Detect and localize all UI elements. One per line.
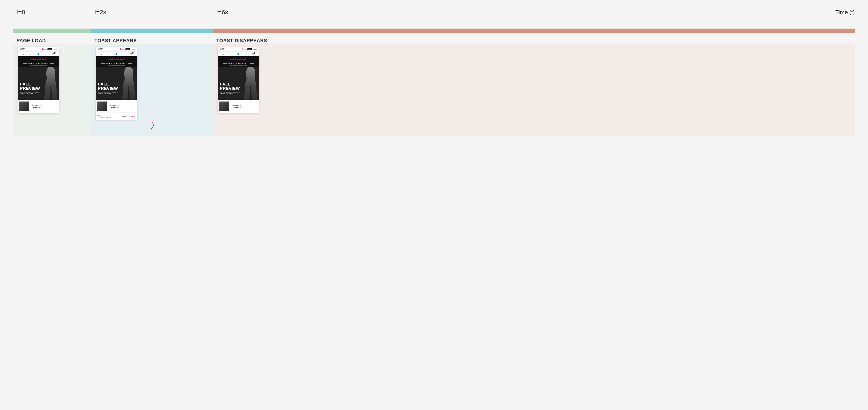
person-silhouette-t0 — [44, 67, 57, 100]
toast-notification: Welcome back! You have 1 item in your ba… — [96, 113, 137, 120]
column-t6s: VICTORIA'S SECRET PINK beauty SWIM ☰ ⌕ 👤… — [213, 43, 855, 137]
vs-logo-t0: VICTORIA'S SECRET — [19, 48, 25, 50]
hero-title-t6s: FALL PREVIEW — [220, 82, 240, 91]
search-icon-t0[interactable]: ⌕ — [30, 53, 31, 55]
account-icon-t6s[interactable]: 👤 — [237, 53, 239, 55]
shipping-banner-t0: FREE SHIPPING ON $50 Limited Time. Code … — [18, 56, 59, 61]
hero-cta-t2s[interactable]: SHOP THE COLLECTION — [98, 93, 118, 94]
hero-image-t6s: FALL PREVIEW OUR MOST SENSUAL LINGERIE E… — [218, 67, 259, 100]
location-icon-t2s[interactable]: ⌕ — [123, 53, 125, 55]
free-shipping-bar-t0: FREE SHIPPING On our exclusive new colle… — [18, 61, 59, 67]
hero-subtitle-t2s: OUR MOST SENSUAL LINGERIE EVER — [98, 92, 118, 93]
phone-columns: VICTORIA'S SECRET PINK beauty SWIM ☰ ⌕ 👤… — [13, 43, 855, 137]
shipping-subtitle-t0: Limited Time. Code SHIP50. Details — [19, 59, 58, 60]
free-shipping-bar-t2s: FREE SHIPPING On our exclusive new colle… — [96, 61, 137, 67]
hero-cta-t6s[interactable]: SHOP THE COLLECTION — [220, 93, 240, 94]
nav-tab-swim-t0[interactable]: SWIM — [53, 48, 58, 50]
hero-text-t6s: FALL PREVIEW OUR MOST SENSUAL LINGERIE E… — [220, 82, 240, 94]
phone-icon-bar-t2s: ☰ ⌕ 👤 ⌕ 🛍 1 — [96, 52, 137, 56]
time-bar — [13, 29, 855, 33]
shipping-subtitle-t6s: Limited Time. Code SHIP50. Details — [219, 59, 258, 60]
person-silhouette-t2s — [122, 67, 135, 100]
time-label-t2s: t=2s — [94, 9, 106, 16]
hero-text-t2s: FALL PREVIEW OUR MOST SENSUAL LINGERIE E… — [98, 82, 118, 94]
nav-tab-pink-t6s[interactable]: PINK — [242, 48, 247, 50]
hero-title-t0: FALL PREVIEW — [20, 82, 40, 91]
nav-tab-beauty-t2s[interactable]: beauty — [125, 48, 130, 50]
search-icon-t6s[interactable]: ⌕ — [230, 53, 231, 55]
shipping-details-link-t6s[interactable]: Details — [243, 59, 246, 60]
vs-logo-t2s: VICTORIA'S SECRET — [97, 48, 103, 50]
search-icon-t2s[interactable]: ⌕ — [108, 53, 109, 55]
hero-image-t0: FALL PREVIEW OUR MOST SENSUAL LINGERIE E… — [18, 67, 59, 100]
free-shipping-link-t2s[interactable]: Details — [122, 65, 125, 66]
time-bar-segment-blue — [91, 29, 213, 33]
hamburger-icon-t2s[interactable]: ☰ — [100, 53, 102, 55]
toast-dismiss-button[interactable]: DISMISS — [122, 116, 127, 117]
hero-text-t0: FALL PREVIEW OUR MOST SENSUAL LINGERIE E… — [20, 82, 40, 94]
bag-icon-t2s[interactable]: 🛍 1 — [130, 53, 132, 55]
toast-view-bag-button[interactable]: VIEW BAG — [129, 116, 135, 117]
phone-t0: VICTORIA'S SECRET PINK beauty SWIM ☰ ⌕ 👤… — [18, 47, 59, 113]
person-silhouette-t6s — [244, 67, 257, 100]
vs-logo-t6s: VICTORIA'S SECRET — [219, 48, 225, 50]
phone-icon-bar-t6s: ☰ ⌕ 👤 ⌕ 🛍 1 — [218, 52, 259, 56]
nav-tab-beauty-t0[interactable]: beauty — [48, 48, 52, 50]
toast-subtitle: You have 1 item in your bag. — [97, 117, 122, 118]
state-labels-row: PAGE LOAD TOAST APPEARS TOAST DISAPPEARS — [13, 38, 855, 43]
free-shipping-title-t0: FREE SHIPPING — [19, 62, 58, 64]
hero-image-t2s: FALL PREVIEW OUR MOST SENSUAL LINGERIE E… — [96, 67, 137, 100]
bag-icon-t0[interactable]: 🛍 1 — [53, 53, 55, 55]
hamburger-icon-t0[interactable]: ☰ — [22, 53, 24, 55]
location-icon-t6s[interactable]: ⌕ — [245, 53, 246, 55]
free-shipping-link-t0[interactable]: Details — [44, 65, 47, 66]
free-shipping-link-t6s[interactable]: Details — [244, 65, 247, 66]
nav-tab-pink-t2s[interactable]: PINK — [120, 48, 125, 50]
svg-marker-0 — [150, 128, 153, 129]
shipping-details-link-t0[interactable]: Details — [43, 59, 46, 60]
below-area-t2s: CAUGHT UP IN THE DETAILS Welcome back! Y… — [96, 100, 137, 120]
free-shipping-sub-t0: On our exclusive new collection. Details — [19, 65, 58, 66]
toast-title: Welcome back! — [97, 115, 122, 116]
phone-t2s: VICTORIA'S SECRET PINK beauty SWIM ☰ ⌕ 👤… — [96, 47, 137, 120]
toast-actions: DISMISS VIEW BAG — [122, 116, 135, 117]
time-labels-row: t=0 t=2s t=6s Time (t) — [13, 9, 855, 16]
phone-icon-bar-t0: ☰ ⌕ 👤 ⌕ 🛍 1 — [18, 52, 59, 56]
bag-count-t2s: 1 — [132, 52, 133, 54]
location-icon-t0[interactable]: ⌕ — [45, 53, 46, 55]
free-shipping-sub-t6s: On our exclusive new collection. Details — [219, 65, 258, 66]
shipping-subtitle-t2s: Limited Time. Code SHIP50. Details — [97, 59, 136, 60]
bag-icon-t6s[interactable]: 🛍 1 — [252, 53, 254, 55]
timeline-diagram: t=0 t=2s t=6s Time (t) PAGE LOAD TOAST A… — [13, 9, 855, 137]
below-hero-t2s: CAUGHT UP IN THE DETAILS — [96, 100, 137, 113]
free-shipping-sub-t2s: On our exclusive new collection. Details — [97, 65, 136, 66]
thumbnail-t2s — [97, 101, 107, 111]
state-label-toast-appears: TOAST APPEARS — [94, 38, 136, 43]
thumbnail-t6s — [219, 101, 229, 111]
thumbnail-img-t2s — [97, 101, 107, 111]
arrow-annotation — [96, 121, 209, 130]
nav-tab-beauty-t6s[interactable]: beauty — [247, 48, 252, 50]
account-icon-t0[interactable]: 👤 — [37, 53, 39, 55]
free-shipping-title-t6s: FREE SHIPPING — [219, 62, 258, 64]
hero-title-t2s: FALL PREVIEW — [98, 82, 118, 91]
bag-count-t6s: 1 — [254, 52, 255, 54]
nav-tab-pink-t0[interactable]: PINK — [42, 48, 47, 50]
toast-text: Welcome back! You have 1 item in your ba… — [97, 115, 122, 118]
caught-text-t6s: CAUGHT UP IN THE DETAILS — [230, 105, 241, 108]
account-icon-t2s[interactable]: 👤 — [115, 53, 118, 55]
free-shipping-bar-t6s: FREE SHIPPING On our exclusive new colle… — [218, 61, 259, 67]
state-label-toast-disappears: TOAST DISAPPEARS — [216, 38, 267, 43]
nav-tab-swim-t6s[interactable]: SWIM — [253, 48, 258, 50]
thumbnail-img-t6s — [219, 101, 229, 111]
state-label-page-load: PAGE LOAD — [17, 38, 46, 43]
hero-cta-t0[interactable]: SHOP THE COLLECTION — [20, 93, 40, 94]
column-t2s: VICTORIA'S SECRET PINK beauty SWIM ☰ ⌕ 👤… — [91, 43, 213, 137]
hamburger-icon-t6s[interactable]: ☰ — [222, 53, 224, 55]
hero-subtitle-t6s: OUR MOST SENSUAL LINGERIE EVER — [220, 92, 240, 93]
column-t0: VICTORIA'S SECRET PINK beauty SWIM ☰ ⌕ 👤… — [13, 43, 91, 137]
time-label-t6s: t=6s — [216, 9, 228, 16]
shipping-details-link-t2s[interactable]: Details — [121, 59, 124, 60]
nav-tab-swim-t2s[interactable]: SWIM — [131, 48, 136, 50]
shipping-banner-t2s: FREE SHIPPING ON $50 Limited Time. Code … — [96, 56, 137, 61]
